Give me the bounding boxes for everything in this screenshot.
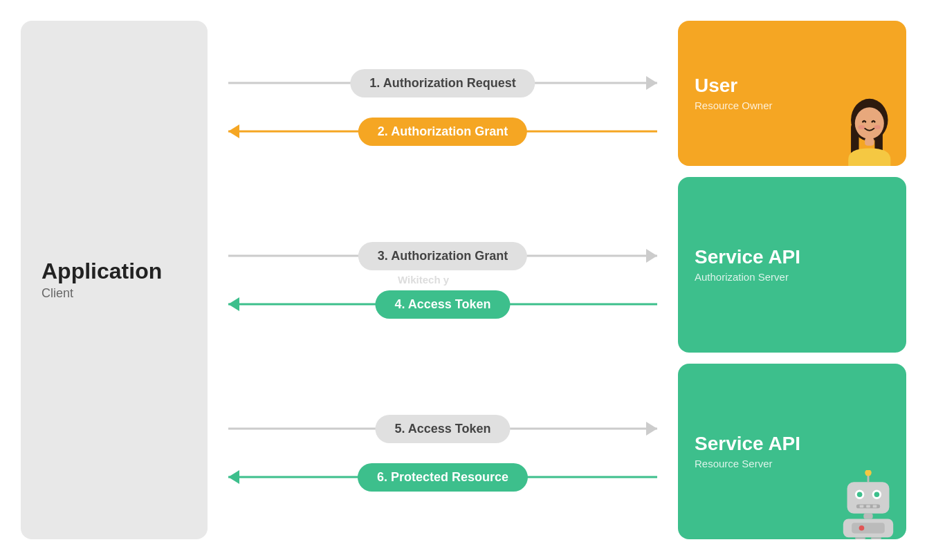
arrowhead-right-5 — [646, 422, 657, 436]
client-panel: Application Client — [21, 21, 208, 539]
arrow-row-5: 5. Access Token — [228, 411, 657, 447]
arrow-row-2: 2. Authorization Grant — [228, 113, 657, 149]
svg-point-5 — [859, 125, 865, 129]
svg-rect-17 — [866, 505, 870, 507]
arrow-row-4: 4. Access Token — [228, 286, 657, 322]
svg-point-6 — [874, 125, 881, 129]
arrowhead-left-6 — [228, 470, 239, 484]
arrow-row-1: 1. Authorization Request — [228, 65, 657, 101]
user-avatar — [834, 97, 899, 166]
pill-3: 3. Authorization Grant — [358, 242, 527, 270]
pill-5: 5. Access Token — [375, 415, 510, 443]
diagram-container: Application Client Wikitech y — [0, 0, 927, 560]
svg-point-4 — [855, 107, 884, 139]
user-box-title: User — [695, 75, 890, 97]
flow-group-3: 5. Access Token 6. Protected Resource — [228, 411, 657, 495]
svg-point-14 — [874, 492, 880, 497]
svg-point-12 — [857, 492, 863, 497]
arrow-row-3: 3. Authorization Grant — [228, 238, 657, 274]
arrowhead-right-1 — [646, 76, 657, 90]
svg-rect-10 — [847, 482, 890, 514]
resource-server-subtitle: Resource Server — [695, 458, 890, 469]
arrowhead-left-4 — [228, 297, 239, 311]
svg-rect-16 — [860, 505, 864, 507]
resource-server-title: Service API — [695, 433, 890, 455]
right-section: User Resource Owner — [671, 0, 927, 560]
svg-rect-19 — [863, 514, 872, 519]
pill-6: 6. Protected Resource — [358, 463, 528, 492]
middle-section: Wikitech y 1. Authorization Request — [208, 0, 671, 560]
pill-4: 4. Access Token — [375, 290, 510, 319]
user-box: User Resource Owner — [678, 21, 906, 166]
svg-rect-23 — [855, 537, 865, 539]
auth-server-box: Service API Authorization Server — [678, 177, 906, 353]
robot-avatar — [834, 470, 903, 539]
pill-1: 1. Authorization Request — [350, 69, 535, 97]
client-subtitle: Client — [42, 286, 73, 301]
svg-point-9 — [865, 470, 872, 476]
arrowhead-right-3 — [646, 249, 657, 263]
pill-2: 2. Authorization Grant — [358, 118, 527, 146]
svg-rect-7 — [865, 138, 874, 145]
svg-rect-21 — [852, 523, 885, 533]
arrow-row-6: 6. Protected Resource — [228, 459, 657, 495]
svg-rect-24 — [871, 537, 881, 539]
flow-group-1: 1. Authorization Request 2. Authorizatio… — [228, 65, 657, 149]
arrowhead-left-2 — [228, 124, 239, 138]
flow-group-2: 3. Authorization Grant 4. Access Token — [228, 238, 657, 322]
svg-point-22 — [859, 525, 865, 531]
svg-rect-18 — [873, 505, 877, 507]
auth-server-subtitle: Authorization Server — [695, 271, 890, 283]
resource-server-box: Service API Resource Server — [678, 364, 906, 539]
auth-server-title: Service API — [695, 247, 890, 268]
flows-wrapper: 1. Authorization Request 2. Authorizatio… — [228, 21, 657, 539]
client-title: Application — [42, 259, 162, 283]
